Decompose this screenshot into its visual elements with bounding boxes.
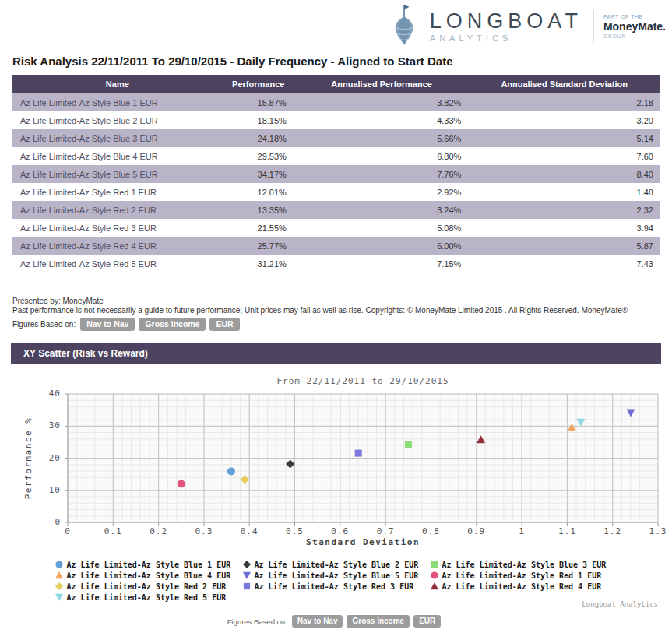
cell-performance: 34.17% [223, 165, 294, 183]
column-header-performance: Performance [223, 75, 294, 93]
table-row: Az Life Limited-Az Style Blue 2 EUR18.15… [12, 111, 660, 129]
disclaimer-text: Past performance is not necessarily a gu… [12, 306, 660, 315]
legend-label: Az Life Limited-Az Style Red 1 EUR [442, 571, 602, 580]
logo-wordmark: LONGBOAT [430, 10, 582, 32]
cell-performance: 13.35% [223, 201, 294, 219]
table-row: Az Life Limited-Az Style Red 4 EUR25.77%… [12, 237, 660, 255]
svg-text:0: 0 [55, 517, 61, 527]
cell-name: Az Life Limited-Az Style Red 4 EUR [12, 237, 223, 255]
svg-text:0.7: 0.7 [377, 526, 395, 536]
cell-annualised-std-dev: 3.20 [469, 111, 660, 129]
legend-item: Az Life Limited-Az Style Red 1 EUR [430, 570, 617, 581]
cell-annualised-std-dev: 7.60 [469, 147, 660, 165]
figures-button-gross-income[interactable]: Gross income [347, 615, 410, 628]
column-header-annualised-performance: Annualised Performance [294, 75, 470, 93]
cell-performance: 24.18% [223, 129, 294, 147]
group-text: GROUP [603, 33, 666, 40]
cell-performance: 29.53% [223, 147, 294, 165]
cell-performance: 31.21% [223, 255, 294, 273]
table-row: Az Life Limited-Az Style Red 3 EUR21.55%… [12, 219, 660, 237]
table-row: Az Life Limited-Az Style Blue 1 EUR15.87… [12, 93, 660, 111]
cell-annualised-performance: 2.92% [294, 183, 470, 201]
cell-annualised-std-dev: 5.87 [469, 237, 660, 255]
legend-label: Az Life Limited-Az Style Blue 2 EUR [255, 561, 419, 569]
longboat-boat-icon [386, 3, 422, 50]
legend-item: Az Life Limited-Az Style Blue 5 EUR [242, 570, 430, 581]
partof-text: PART OF THE [603, 13, 666, 21]
column-header-name: Name [12, 75, 223, 93]
table-row: Az Life Limited-Az Style Red 5 EUR31.21%… [12, 255, 660, 273]
cell-annualised-std-dev: 8.40 [469, 165, 660, 183]
table-row: Az Life Limited-Az Style Red 1 EUR12.01%… [12, 183, 660, 201]
cell-name: Az Life Limited-Az Style Red 3 EUR [12, 219, 223, 237]
cell-annualised-performance: 5.08% [294, 219, 470, 237]
table-row: Az Life Limited-Az Style Blue 4 EUR29.53… [12, 147, 660, 165]
cell-annualised-std-dev: 2.32 [469, 201, 660, 219]
legend-marker-triangle-down-icon [55, 593, 64, 602]
cell-annualised-performance: 5.66% [294, 129, 470, 147]
legend-marker-triangle-down-icon [242, 571, 252, 580]
svg-text:20: 20 [49, 453, 61, 463]
legend-marker-diamond-icon [55, 582, 64, 591]
page-title: Risk Analysis 22/11/2011 To 29/10/2015 -… [12, 55, 453, 68]
cell-annualised-performance: 3.82% [294, 93, 470, 111]
section-header-xy-scatter: XY Scatter (Risk vs Reward) [11, 343, 661, 364]
figures-button-gross-income[interactable]: Gross income [139, 318, 206, 331]
legend-label: Az Life Limited-Az Style Blue 4 EUR [67, 571, 231, 580]
risk-analysis-table: NamePerformanceAnnualised PerformanceAnn… [12, 75, 660, 273]
svg-text:0.9: 0.9 [467, 526, 485, 536]
cell-annualised-performance: 4.33% [294, 111, 470, 129]
cell-annualised-std-dev: 2.18 [469, 93, 660, 111]
cell-annualised-performance: 7.15% [294, 255, 470, 273]
legend-label: Az Life Limited-Az Style Red 3 EUR [255, 582, 414, 591]
svg-text:0: 0 [65, 526, 71, 536]
cell-name: Az Life Limited-Az Style Red 1 EUR [12, 183, 223, 201]
figures-button-nav-to-nav[interactable]: Nav to Nav [292, 615, 343, 628]
data-point [355, 450, 362, 457]
legend-marker-triangle-up-icon [55, 571, 64, 580]
svg-text:From 22/11/2011 to 29/10/2015: From 22/11/2011 to 29/10/2015 [276, 376, 449, 386]
cell-annualised-performance: 7.76% [294, 165, 470, 183]
figures-button-nav-to-nav[interactable]: Nav to Nav [80, 318, 135, 331]
legend-marker-square-icon [242, 582, 252, 591]
legend-item: Az Life Limited-Az Style Blue 1 EUR [55, 559, 242, 570]
svg-text:Performance %: Performance % [23, 417, 33, 500]
footer-figures-row: Figures Based on: Nav to NavGross income… [0, 615, 672, 628]
figures-button-eur[interactable]: EUR [209, 318, 239, 331]
legend-marker-diamond-icon [242, 560, 252, 569]
legend-item: Az Life Limited-Az Style Red 5 EUR [55, 592, 242, 603]
column-header-annualised-standard-deviation: Annualised Standard Deviation [469, 75, 660, 93]
legend-label: Az Life Limited-Az Style Blue 5 EUR [255, 571, 419, 580]
table-row: Az Life Limited-Az Style Blue 5 EUR34.17… [12, 165, 660, 183]
svg-text:Standard Deviation: Standard Deviation [306, 537, 420, 547]
logo-divider [593, 10, 594, 43]
cell-annualised-std-dev: 3.94 [469, 219, 660, 237]
svg-text:1.3: 1.3 [649, 526, 667, 536]
report-page: LONGBOAT ANALYTICS PART OF THE MoneyMate… [0, 0, 672, 640]
scatter-chart: 00.10.20.30.40.50.60.70.80.911.11.21.301… [0, 371, 672, 555]
data-point [178, 480, 185, 488]
table-row: Az Life Limited-Az Style Blue 3 EUR24.18… [12, 129, 660, 147]
figures-button-eur[interactable]: EUR [413, 615, 441, 628]
cell-performance: 25.77% [223, 237, 294, 255]
moneymate-group-mark: PART OF THE MoneyMate. GROUP [603, 13, 666, 40]
cell-performance: 21.55% [223, 219, 294, 237]
svg-text:1: 1 [519, 526, 525, 536]
cell-name: Az Life Limited-Az Style Red 2 EUR [12, 201, 223, 219]
cell-name: Az Life Limited-Az Style Red 5 EUR [12, 255, 223, 273]
legend-label: Az Life Limited-Az Style Red 4 EUR [442, 582, 602, 591]
cell-name: Az Life Limited-Az Style Blue 1 EUR [12, 93, 223, 111]
svg-text:0.6: 0.6 [331, 526, 349, 536]
svg-text:1.2: 1.2 [603, 526, 621, 536]
legend-label: Az Life Limited-Az Style Blue 3 EUR [442, 561, 607, 569]
cell-performance: 18.15% [223, 111, 294, 129]
cell-annualised-std-dev: 1.48 [469, 183, 660, 201]
cell-annualised-performance: 6.00% [294, 237, 470, 255]
svg-text:1.1: 1.1 [558, 526, 576, 536]
data-point [227, 468, 235, 476]
svg-text:0.2: 0.2 [150, 526, 167, 536]
disclaimer-block: Presented by: MoneyMate Past performance… [12, 297, 660, 331]
logo-sub-wordmark: ANALYTICS [430, 33, 582, 43]
svg-text:30: 30 [49, 420, 61, 431]
legend-item: Az Life Limited-Az Style Blue 4 EUR [55, 570, 242, 581]
